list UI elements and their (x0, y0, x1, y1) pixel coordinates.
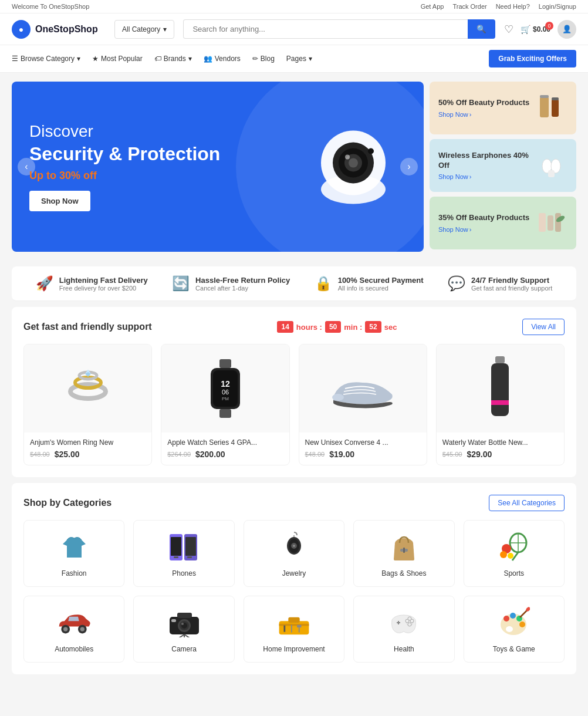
navigation: ☰ Browse Category ▾ ★ Most Popular 🏷 Bra… (0, 45, 588, 73)
price-new: $25.00 (55, 450, 80, 459)
category-phones[interactable]: Phones (133, 520, 234, 587)
fashion-image (56, 529, 92, 565)
cart-icon-wrapper[interactable]: 🛒 0 $0.00 (521, 25, 550, 34)
product-card: Waterly Water Bottle New... $45.00 $29.0… (436, 344, 565, 465)
svg-point-31 (332, 394, 344, 401)
shoe-svg (327, 362, 398, 415)
nav-blog[interactable]: ✏ Blog (252, 55, 275, 63)
product-info: New Unisex Converse 4 ... $48.00 $19.00 (299, 433, 427, 465)
payment-icon: 🔒 (315, 275, 332, 292)
price-old: $264.00 (167, 451, 191, 458)
svg-rect-10 (540, 95, 549, 98)
svg-point-6 (345, 155, 350, 160)
search-bar: 🔍 (183, 19, 495, 39)
category-health[interactable]: Health (353, 596, 454, 663)
health-svg (386, 608, 421, 637)
logo-icon: ● (12, 20, 31, 39)
category-name: Camera (171, 645, 197, 653)
toys-image (496, 605, 532, 640)
svg-point-85 (510, 613, 516, 619)
category-fashion[interactable]: Fashion (23, 520, 124, 587)
hero-shop-button[interactable]: Shop Now (29, 191, 90, 211)
person-icon: 👥 (204, 55, 212, 63)
hero-tag: Discover (29, 122, 220, 141)
hero-next-button[interactable]: › (400, 158, 418, 175)
get-app-link[interactable]: Get App (421, 3, 444, 10)
hero-discount: Up to 30% off (29, 170, 220, 182)
category-bags-shoes[interactable]: Bags & Shoes (353, 520, 454, 587)
grab-offers-button[interactable]: Grab Exciting Offers (489, 50, 576, 67)
product-image: 12 06 PM (161, 345, 289, 433)
banner-1-shop-now[interactable]: Shop Now › (438, 111, 529, 118)
category-dropdown[interactable]: All Category ▾ (114, 20, 174, 39)
search-button[interactable]: 🔍 (468, 19, 495, 39)
product-price: $48.00 $19.00 (305, 450, 421, 459)
category-name: Health (394, 645, 414, 653)
svg-line-65 (175, 634, 184, 637)
star-icon: ★ (92, 55, 99, 63)
svg-rect-17 (555, 213, 561, 232)
svg-point-79 (408, 623, 411, 626)
svg-rect-36 (171, 537, 181, 556)
category-name: Phones (172, 569, 196, 577)
countdown-timer: 14 hours : 50 min : 52 sec (277, 321, 397, 333)
nav-pages[interactable]: Pages ▾ (286, 55, 312, 63)
search-icon: 🔍 (477, 25, 486, 33)
toys-svg (498, 607, 530, 639)
banner-3-shop-now[interactable]: Shop Now › (438, 226, 529, 233)
category-automobiles[interactable]: Automobiles (23, 596, 124, 663)
login-signup-link[interactable]: Login/Signup (539, 3, 576, 10)
feature-delivery-text: Lightening Fast Delivery Free delivery f… (59, 276, 148, 292)
header: ● OneStopShop All Category ▾ 🔍 ♡ 🛒 0 $0.… (0, 13, 588, 45)
watch-svg: 12 06 PM (199, 356, 252, 421)
nav-most-popular[interactable]: ★ Most Popular (92, 55, 143, 63)
banner-2-shop-now[interactable]: Shop Now › (438, 173, 535, 180)
product-name: New Unisex Converse 4 ... (305, 438, 421, 447)
wishlist-icon[interactable]: ♡ (504, 23, 513, 36)
category-jewelry[interactable]: Jewelry (244, 520, 344, 587)
svg-point-87 (519, 622, 525, 627)
chevron-down-icon: ▾ (77, 55, 80, 63)
svg-point-5 (349, 158, 358, 168)
svg-rect-15 (539, 213, 546, 232)
arrow-right-icon: › (469, 226, 472, 233)
svg-rect-16 (548, 215, 553, 231)
nav-browse-category[interactable]: ☰ Browse Category ▾ (12, 55, 80, 63)
camera-image (167, 605, 202, 640)
search-input[interactable] (183, 19, 468, 39)
feature-payment-text: 100% Secured Payment All info is secured (338, 276, 424, 292)
svg-rect-24 (219, 359, 231, 368)
nav-brands[interactable]: 🏷 Brands ▾ (154, 55, 192, 63)
svg-text:06: 06 (222, 389, 229, 396)
price-old: $45.00 (442, 451, 462, 458)
need-help-link[interactable]: Need Help? (496, 3, 530, 10)
bags-svg (388, 531, 420, 563)
see-all-categories-button[interactable]: See All Categories (489, 495, 565, 511)
category-toys-game[interactable]: Toys & Game (464, 596, 565, 663)
tag-icon: 🏷 (154, 55, 161, 63)
track-order-link[interactable]: Track Order (452, 3, 486, 10)
svg-point-52 (500, 551, 507, 558)
timer-sep-2: min : (344, 323, 362, 332)
svg-point-63 (181, 623, 184, 625)
category-sports[interactable]: Sports (464, 520, 565, 587)
side-banner-2: Wireless Earphones 40% Off Shop Now › (430, 139, 576, 192)
automobiles-image (56, 605, 92, 640)
phones-image (167, 529, 202, 565)
logo-text: OneStopShop (35, 24, 98, 35)
timer-sep-3: sec (384, 323, 397, 332)
category-home-improvement[interactable]: Home Improvement (244, 596, 344, 663)
welcome-text: Welcome To OneStopShop (12, 3, 89, 10)
menu-icon: ☰ (12, 55, 18, 63)
price-old: $48.00 (30, 451, 50, 458)
bags-image (386, 529, 421, 565)
flash-sale-header: Get fast and friendly support 14 hours :… (23, 319, 565, 335)
nav-vendors[interactable]: 👥 Vendors (204, 55, 241, 63)
category-camera[interactable]: Camera (133, 596, 234, 663)
side-banners: 50% Off Beauty Products Shop Now › Wirel… (430, 82, 576, 252)
svg-rect-40 (187, 556, 192, 558)
avatar[interactable]: 👤 (557, 20, 576, 39)
hero-product-image (300, 113, 406, 221)
view-all-button[interactable]: View All (522, 319, 565, 335)
svg-point-83 (506, 626, 513, 632)
